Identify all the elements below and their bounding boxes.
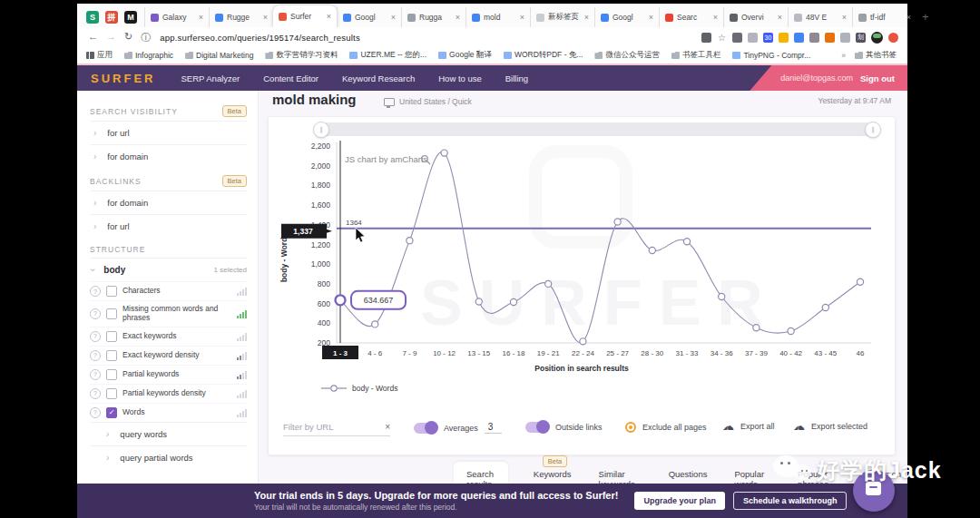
tab-close-icon[interactable]: × — [263, 13, 268, 22]
data-point-15[interactable] — [857, 279, 863, 285]
help-icon[interactable]: ? — [90, 388, 101, 399]
data-point-10[interactable] — [683, 239, 690, 245]
help-icon[interactable]: ? — [90, 369, 101, 380]
data-point-14[interactable] — [822, 304, 828, 310]
browser-tab-8[interactable]: Searc× — [659, 7, 723, 27]
surfer-logo[interactable]: SURFER — [77, 72, 181, 85]
help-icon[interactable]: ? — [90, 308, 101, 319]
data-point-1[interactable] — [372, 321, 378, 327]
browser-tab-9[interactable]: Overvi× — [723, 7, 788, 27]
exclude-all-pages-button[interactable]: Exclude all pages — [625, 422, 707, 433]
pinned-tab-grid[interactable]: 拼 — [105, 11, 118, 24]
sidebar-item-for-domain[interactable]: ›for domain — [90, 191, 247, 214]
ext-orange-icon[interactable] — [825, 33, 835, 43]
bookmark-item-6[interactable]: WORD转PDF - 免... — [504, 50, 583, 61]
metric-checkbox[interactable]: ✓ — [106, 407, 117, 418]
data-point-3[interactable] — [441, 150, 447, 156]
app-nav-how-to-use[interactable]: How to use — [438, 73, 482, 83]
data-point-6[interactable] — [545, 280, 552, 287]
metric-checkbox[interactable] — [106, 308, 117, 319]
reload-icon[interactable]: ↻ — [124, 31, 132, 44]
app-nav-content-editor[interactable]: Content Editor — [263, 73, 318, 83]
app-nav-serp-analyzer[interactable]: SERP Analyzer — [181, 73, 240, 83]
tab-close-icon[interactable]: × — [649, 13, 653, 22]
ext-gear-icon[interactable] — [809, 33, 819, 43]
help-icon[interactable]: ? — [90, 286, 101, 297]
data-point-4[interactable] — [475, 298, 482, 305]
tab-close-icon[interactable]: × — [584, 13, 589, 22]
sign-out-button[interactable]: Sign out — [860, 73, 895, 83]
ext-doc-icon[interactable] — [840, 33, 850, 43]
browser-tab-1[interactable]: Rugge× — [209, 7, 273, 27]
data-point-11[interactable] — [719, 293, 725, 299]
bookmark-item-7[interactable]: 微信公众号运营 — [594, 50, 660, 61]
bookmark-item-8[interactable]: 书签工具栏 — [671, 50, 721, 61]
new-tab-button[interactable]: + — [916, 10, 936, 27]
app-nav-keyword-research[interactable]: Keyword Research — [342, 73, 415, 83]
sidebar-item-for-domain[interactable]: ›for domain — [90, 144, 247, 168]
export-all-button[interactable]: ☁↓ Export all — [722, 422, 775, 431]
averages-toggle[interactable] — [414, 423, 437, 434]
bookmark-item-0[interactable]: 应用 — [86, 50, 113, 61]
tab-close-icon[interactable]: × — [520, 13, 524, 22]
ext-xh-icon[interactable]: 划 — [856, 33, 866, 43]
app-nav-billing[interactable]: Billing — [505, 73, 528, 83]
metric-checkbox[interactable] — [106, 388, 117, 399]
ext-blue-icon[interactable] — [794, 33, 804, 43]
browser-tab-3[interactable]: Googl× — [337, 7, 401, 27]
data-point-8[interactable] — [614, 219, 621, 225]
scrollbar-grip-right[interactable]: ∥ — [865, 122, 881, 138]
star-icon[interactable]: ☆ — [717, 33, 727, 43]
data-point-7[interactable] — [580, 338, 586, 345]
clear-filter-icon[interactable]: × — [385, 422, 390, 432]
sidebar-item-body[interactable]: ›body1 selected — [90, 258, 247, 281]
data-point-13[interactable] — [788, 327, 794, 334]
bookmark-item-5[interactable]: Google 翻译 — [438, 50, 492, 61]
pinned-tab-s[interactable]: S — [86, 11, 99, 24]
browser-tab-2[interactable]: Surfer× — [273, 5, 337, 27]
ext-gray-icon[interactable] — [748, 33, 758, 43]
back-icon[interactable]: ← — [88, 31, 98, 44]
tab-close-icon[interactable]: × — [713, 13, 718, 22]
bookmark-item-3[interactable]: 数字营销学习资料 — [265, 50, 338, 61]
bookmarks-overflow-icon[interactable]: » — [841, 51, 846, 60]
tab-close-icon[interactable]: × — [327, 12, 331, 21]
sidebar-item-for-url[interactable]: ›for url — [90, 121, 247, 144]
profile-avatar[interactable] — [871, 32, 883, 44]
forward-icon[interactable]: → — [106, 31, 116, 44]
translate-icon[interactable] — [701, 33, 711, 43]
browser-tab-5[interactable]: mold× — [466, 7, 530, 27]
outside-links-toggle[interactable] — [525, 422, 549, 433]
tab-close-icon[interactable]: × — [906, 13, 911, 22]
browser-tab-0[interactable]: Galaxy× — [144, 7, 209, 27]
help-icon[interactable]: ? — [90, 407, 101, 418]
upgrade-plan-button[interactable]: Upgrade your plan — [634, 492, 725, 510]
data-point-0[interactable] — [336, 295, 346, 305]
other-bookmarks[interactable]: 其他书签 — [855, 50, 897, 61]
bookmark-item-1[interactable]: Infographic — [124, 51, 173, 60]
metric-checkbox[interactable] — [106, 331, 117, 342]
tab-close-icon[interactable]: × — [391, 13, 396, 22]
data-point-9[interactable] — [649, 247, 655, 253]
ext-yellow-icon[interactable] — [779, 33, 789, 43]
metric-checkbox[interactable] — [106, 369, 117, 380]
schedule-walkthrough-button[interactable]: Schedule a walkthrough — [733, 492, 848, 510]
browser-tab-4[interactable]: Rugga× — [401, 7, 466, 27]
line-chart[interactable]: SURFER2004006008001,0001,2001,4001,6001,… — [272, 139, 893, 361]
browser-menu-icon[interactable] — [888, 33, 898, 43]
scrollbar-grip-left[interactable]: ∥ — [313, 122, 329, 138]
browser-tab-11[interactable]: tf-idf× — [852, 7, 916, 27]
chart-zoom-scrollbar[interactable]: ∥ ∥ — [316, 122, 878, 136]
sidebar-item-query-partial-words[interactable]: ›query partial words — [90, 445, 247, 469]
metric-checkbox[interactable] — [106, 286, 117, 297]
filter-by-url-input[interactable]: Filter by URL × — [283, 422, 390, 436]
url-field[interactable]: app.surferseo.com/queries/195174/search_… — [160, 33, 360, 43]
bookmark-item-9[interactable]: TinyPNG - Compr... — [732, 51, 810, 60]
browser-tab-7[interactable]: Googl× — [594, 7, 659, 27]
ext-pointer-icon[interactable] — [732, 33, 742, 43]
tab-close-icon[interactable]: × — [842, 13, 847, 22]
help-icon[interactable]: ? — [90, 350, 101, 361]
info-icon[interactable]: ⓘ — [141, 31, 151, 44]
metric-checkbox[interactable] — [106, 350, 117, 361]
sidebar-item-query-words[interactable]: ›query words — [90, 422, 247, 445]
